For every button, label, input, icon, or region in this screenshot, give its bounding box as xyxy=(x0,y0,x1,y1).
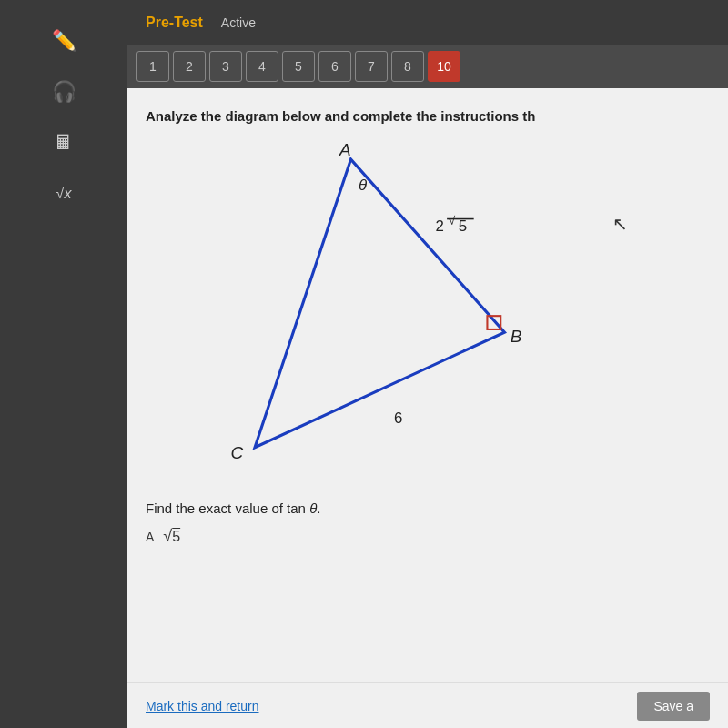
q-btn-7[interactable]: 7 xyxy=(355,51,388,82)
q-btn-6[interactable]: 6 xyxy=(318,51,351,82)
calculator-icon[interactable]: 🖩 xyxy=(27,120,100,166)
q-btn-1[interactable]: 1 xyxy=(136,51,169,82)
vertex-c-label: C xyxy=(231,443,244,462)
q-btn-4[interactable]: 4 xyxy=(246,51,278,82)
svg-text:√: √ xyxy=(449,215,455,228)
main-content: Analyze the diagram below and complete t… xyxy=(127,88,728,728)
save-button[interactable]: Save a xyxy=(637,692,710,721)
formula-icon[interactable]: √x xyxy=(27,171,100,217)
q-btn-5[interactable]: 5 xyxy=(282,51,315,82)
q-btn-10[interactable]: 10 xyxy=(428,51,460,82)
pre-test-title: Pre-Test xyxy=(146,15,203,31)
q-btn-8[interactable]: 8 xyxy=(391,51,424,82)
mark-return-link[interactable]: Mark this and return xyxy=(146,699,259,713)
sidebar: ✏️ 🎧 🖩 √x xyxy=(0,0,127,728)
question-bar: 1 2 3 4 5 6 7 8 10 xyxy=(127,45,728,88)
pencil-icon[interactable]: ✏️ xyxy=(27,18,100,64)
svg-marker-0 xyxy=(255,159,504,448)
answer-row: A √5 xyxy=(146,527,710,546)
bottom-bar: Mark this and return Save a xyxy=(127,682,728,728)
headphone-icon[interactable]: 🎧 xyxy=(27,69,100,115)
side-ab-label: 2 xyxy=(435,217,443,235)
triangle-diagram: A B C θ 2 √ 5 6 xyxy=(146,140,710,486)
vertex-a-label: A xyxy=(339,140,351,159)
q-btn-3[interactable]: 3 xyxy=(209,51,242,82)
active-status: Active xyxy=(221,15,256,30)
side-bc-label: 6 xyxy=(394,410,402,427)
answer-option-sqrt: √5 xyxy=(163,527,180,546)
angle-theta-label: θ xyxy=(359,177,367,194)
vertex-b-label: B xyxy=(511,327,522,346)
header-bar: Pre-Test Active xyxy=(127,0,728,45)
question-instruction: Analyze the diagram below and complete t… xyxy=(146,106,710,126)
answer-option-a: A xyxy=(146,530,154,544)
diagram-area: ↖ A B C θ 2 √ 5 6 xyxy=(146,140,710,486)
find-value-text: Find the exact value of tan θ. xyxy=(146,500,710,516)
svg-text:5: 5 xyxy=(459,217,467,235)
q-btn-2[interactable]: 2 xyxy=(173,51,206,82)
